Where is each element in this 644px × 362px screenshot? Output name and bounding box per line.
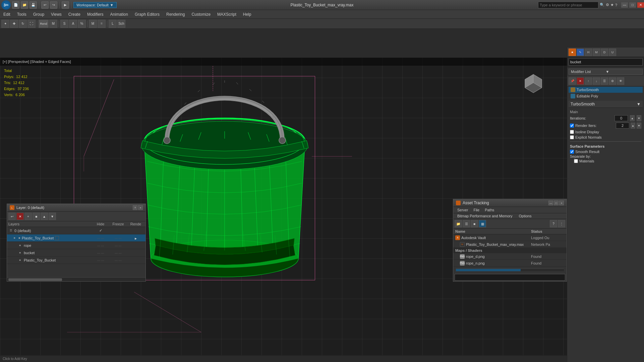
asset-btn-3[interactable]: ■ (471, 220, 478, 227)
ts-smooth-result-checkbox[interactable] (570, 150, 574, 154)
rotate-tool[interactable]: ↻ (19, 20, 27, 28)
modifier-turbosmooth[interactable]: TurboSmooth (569, 87, 643, 93)
mod-pin-button[interactable]: 📌 (569, 77, 576, 85)
scale-tool[interactable]: ⛶ (27, 20, 36, 28)
ts-render-up[interactable]: ▲ (631, 123, 635, 129)
rp-display-tab[interactable]: D (601, 49, 608, 56)
mod-up-button[interactable]: ↑ (585, 77, 592, 85)
render-preview-button[interactable]: ▶ (62, 1, 69, 9)
help-button[interactable]: ? (615, 3, 617, 7)
rp-hierarchy-tab[interactable]: H (585, 49, 592, 56)
window-minimize-button[interactable]: — (621, 2, 628, 8)
bookmark-button[interactable]: ★ (610, 3, 614, 7)
layer-scrollbar[interactable] (7, 277, 145, 281)
ts-explicit-checkbox[interactable] (570, 135, 574, 139)
mod-down-button[interactable]: ↓ (593, 77, 600, 85)
schematic-view-button[interactable]: Sch (117, 20, 125, 28)
asset-btn-more[interactable]: ⋮ (558, 220, 565, 227)
layer-row-plastic-bucket[interactable]: ► ■ Plastic_Toy_Bucket — — — — ▶ (7, 234, 145, 242)
layer-bucket-checkbox[interactable] (55, 236, 59, 240)
asset-btn-4[interactable]: ▦ (479, 220, 486, 227)
asset-row-rope-n[interactable]: PNG rope_n.png Found (453, 260, 567, 267)
align-button[interactable]: = (98, 20, 106, 28)
lp-switch-to-layer[interactable]: ↩ (8, 213, 16, 220)
ts-isoline-checkbox[interactable] (570, 130, 574, 134)
menu-tools[interactable]: Tools (14, 11, 30, 18)
search-input[interactable] (538, 2, 598, 8)
lp-delete-layer[interactable]: ✕ (16, 213, 24, 220)
layer-row-rope[interactable]: ■ rope — — — — (7, 242, 145, 249)
modifier-editable-poly[interactable]: Editable Poly (569, 93, 643, 99)
layer-panel-question[interactable]: ? (133, 205, 137, 210)
menu-customize[interactable]: Customize (188, 11, 214, 18)
rp-modify-tab[interactable]: ✎ (577, 49, 584, 56)
new-file-button[interactable]: 📄 (12, 1, 19, 9)
layer-scrollbar-thumb[interactable] (8, 278, 62, 281)
lp-select-objects[interactable]: ■ (33, 213, 40, 220)
rp-motion-tab[interactable]: M (593, 49, 600, 56)
ts-iterations-up[interactable]: ▲ (630, 115, 635, 121)
ts-render-iters-checkbox[interactable] (570, 124, 574, 128)
ts-render-iters-value[interactable]: 2 (616, 123, 629, 129)
asset-menu-paths[interactable]: Paths (482, 207, 497, 213)
asset-menu-bitmap[interactable]: Bitmap Performance and Memory (455, 213, 515, 219)
search-options-button[interactable]: ⚙ (606, 3, 609, 7)
modifier-list-dropdown[interactable]: Modifier List ▼ (569, 69, 643, 75)
asset-btn-2[interactable]: ☰ (463, 220, 470, 227)
asset-btn-1[interactable]: 📁 (455, 220, 462, 227)
asset-row-vault[interactable]: A Autodesk Vault Logged Ou (453, 234, 567, 241)
lp-add-layer[interactable]: + (24, 213, 32, 220)
layer-manager-button[interactable]: L (109, 20, 117, 28)
percent-snap[interactable]: % (78, 20, 86, 28)
lp-add-selection[interactable]: ▲ (41, 213, 48, 220)
window-maximize-button[interactable]: □ (629, 2, 636, 8)
menu-modifiers[interactable]: Modifiers (84, 11, 107, 18)
menu-maxscript[interactable]: MAXScript (214, 11, 240, 18)
layer-panel-close[interactable]: × (138, 205, 143, 210)
render-button[interactable]: Rend (39, 20, 49, 28)
rp-create-tab[interactable]: ★ (569, 49, 576, 56)
material-editor-button[interactable]: M (49, 20, 57, 28)
menu-animation[interactable]: Animation (107, 11, 131, 18)
mod-settings-button[interactable]: ⚙ (609, 77, 616, 85)
mod-view-button[interactable]: 👁 (617, 77, 624, 85)
layer-row-bucket2[interactable]: ■ bucket — — — — (7, 249, 145, 257)
asset-panel-close[interactable]: × (559, 201, 564, 205)
undo-button[interactable]: ↩ (41, 1, 49, 9)
mirror-button[interactable]: M (89, 20, 97, 28)
asset-menu-server[interactable]: Server (455, 207, 471, 213)
asset-panel-minimize[interactable]: — (548, 201, 553, 205)
snap-toggle[interactable]: S (60, 20, 68, 28)
lp-collapse[interactable]: ▼ (49, 213, 56, 220)
workspace-selector[interactable]: Workspace: Default ▼ (73, 2, 117, 8)
menu-help[interactable]: Help (240, 11, 255, 18)
asset-btn-help[interactable]: ? (550, 220, 557, 227)
save-file-button[interactable]: 💾 (30, 1, 37, 9)
ts-iterations-value[interactable]: 0 (614, 115, 628, 121)
asset-menu-options[interactable]: Options (516, 213, 534, 219)
open-file-button[interactable]: 📁 (21, 1, 28, 9)
menu-create[interactable]: Create (65, 11, 84, 18)
menu-graph-editors[interactable]: Graph Editors (131, 11, 163, 18)
layer-row-default[interactable]: ☰ 0 (default) ✓ (7, 227, 145, 234)
rp-utilities-tab[interactable]: U (609, 49, 616, 56)
search-button[interactable]: 🔍 (600, 3, 604, 7)
menu-edit[interactable]: Edit (0, 11, 14, 18)
ts-iterations-down[interactable]: ▼ (637, 115, 641, 121)
menu-rendering[interactable]: Rendering (163, 11, 188, 18)
move-tool[interactable]: ✚ (10, 20, 18, 28)
asset-row-max-file[interactable]: M Plastic_Toy_Bucket_max_vray.max Networ… (453, 241, 567, 248)
window-close-button[interactable]: ✕ (637, 2, 644, 8)
menu-group[interactable]: Group (30, 11, 48, 18)
layer-row-plastic2[interactable]: ■ Plastic_Toy_Bucket — — — — (7, 257, 145, 264)
ts-materials-checkbox[interactable] (574, 159, 578, 163)
asset-row-rope-d[interactable]: PNG rope_d.png Found (453, 253, 567, 260)
asset-panel-maximize[interactable]: □ (554, 201, 559, 205)
asset-menu-file[interactable]: File (471, 207, 482, 213)
select-tool[interactable]: ✦ (1, 20, 9, 28)
rp-search-input[interactable] (569, 58, 643, 66)
angle-snap[interactable]: A (69, 20, 77, 28)
mod-delete-button[interactable]: ✕ (577, 77, 584, 85)
ts-render-down[interactable]: ▼ (637, 123, 641, 129)
menu-views[interactable]: Views (48, 11, 65, 18)
